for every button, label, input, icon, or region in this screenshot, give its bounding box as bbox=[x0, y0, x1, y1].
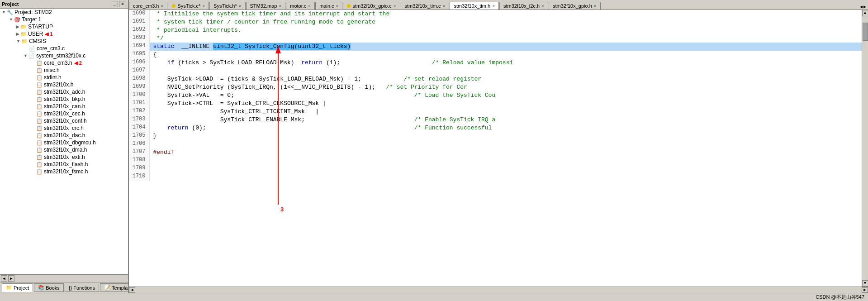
line-number: 1706 bbox=[129, 140, 149, 148]
panel-minimize-btn[interactable]: _ bbox=[111, 1, 118, 7]
cmsis-expand-icon[interactable]: ▼ bbox=[16, 39, 20, 43]
tree-file-dma-h[interactable]: 📋 stm32f10x_dma.h bbox=[0, 146, 128, 153]
system-expand-icon[interactable]: ▼ bbox=[24, 53, 28, 58]
line-content: * Initialise the system tick timer and i… bbox=[149, 10, 862, 18]
tree-file-misc-h[interactable]: 📋 misc.h bbox=[0, 67, 128, 74]
tree-file-dbgmcu-h[interactable]: 📋 stm32f10x_dbgmcu.h bbox=[0, 139, 128, 146]
tab-tim-h-close[interactable]: × bbox=[492, 4, 495, 9]
line-number: 1693 bbox=[129, 34, 149, 43]
tab-scroll-left[interactable]: ◀ bbox=[860, 4, 863, 10]
file-stdint-h-label: stdint.h bbox=[44, 74, 62, 81]
vertical-scrollbar[interactable]: ▲ ▼ bbox=[862, 10, 868, 287]
folder-user-label: USER bbox=[28, 31, 43, 37]
tab-systick-h-close[interactable]: × bbox=[239, 4, 242, 9]
tab-core-cm3-h[interactable]: core_cm3.h × bbox=[129, 2, 167, 10]
tab-gpio-h[interactable]: stm32f10x_gpio.h × bbox=[549, 2, 601, 10]
tree-file-fsmc-h[interactable]: 📋 stm32f10x_fsmc.h bbox=[0, 168, 128, 175]
tab-functions-icon: {} bbox=[69, 285, 72, 291]
table-row: 1692 * periodical interrupts. bbox=[129, 26, 862, 34]
tree-file-core-cm3-c[interactable]: 📄 core_cm3.c bbox=[0, 45, 128, 52]
expand-icon[interactable]: ▼ bbox=[2, 10, 6, 14]
tab-templates[interactable]: 📝 Templates bbox=[100, 283, 129, 292]
tab-main-c[interactable]: main.c × bbox=[315, 2, 342, 10]
tab-tim-h[interactable]: stm32f10x_tim.h × bbox=[450, 2, 499, 10]
user-expand-icon[interactable]: ▶ bbox=[16, 32, 19, 36]
panel-title: Project _ × bbox=[0, 0, 128, 9]
tree-file-stm32f10x-h[interactable]: 📋 stm32f10x.h bbox=[0, 81, 128, 88]
tab-i2c-h[interactable]: stm32f10x_i2c.h × bbox=[499, 2, 548, 10]
scroll-down-btn[interactable]: ▼ bbox=[862, 280, 868, 287]
line-content bbox=[149, 140, 862, 148]
tree-file-exti-h[interactable]: 📋 stm32f10x_exti.h bbox=[0, 153, 128, 161]
tab-scroll-right[interactable]: ▶ bbox=[863, 4, 866, 10]
tab-tim-c[interactable]: stm32f10x_tim.c × bbox=[401, 2, 450, 10]
table-row: 1703 SysTick_CTRL_ENABLE_Msk; /* Enable … bbox=[129, 116, 862, 124]
tab-books[interactable]: 📚 Books bbox=[34, 283, 64, 292]
tree-file-adc-h[interactable]: 📋 stm32f10x_adc.h bbox=[0, 88, 128, 96]
code-area-container: 1690 * Initialise the system tick timer … bbox=[129, 10, 868, 287]
tab-gpio-c[interactable]: stm32f10x_gpio.c × bbox=[343, 2, 400, 10]
annotation-1: ◀ 1 bbox=[45, 31, 52, 37]
tab-motor-c[interactable]: motor.c × bbox=[286, 2, 315, 10]
tab-systick-c[interactable]: SysTick.c* × bbox=[168, 2, 209, 10]
tree-file-core-cm3-h[interactable]: 📋 core_cm3.h ◀ 2 bbox=[0, 59, 128, 67]
table-row: 1702 SysTick_CTRL_TICKINT_Msk | bbox=[129, 108, 862, 116]
tab-project[interactable]: 📁 Project bbox=[2, 283, 33, 292]
tab-project-icon: 📁 bbox=[6, 285, 12, 291]
horizontal-scrollbar[interactable]: ◀ ▶ bbox=[129, 287, 868, 293]
file-conf-h-label: stm32f10x_conf.h bbox=[44, 118, 87, 124]
tree-file-cec-h[interactable]: 📋 stm32f10x_cec.h bbox=[0, 110, 128, 117]
line-content bbox=[149, 173, 862, 181]
table-row: 1700 SysTick->VAL = 0; /* Load the SysTi… bbox=[129, 91, 862, 100]
project-root[interactable]: ▼ 🔧 Project: STM32 bbox=[0, 9, 128, 16]
tab-tim-c-close[interactable]: × bbox=[443, 4, 446, 9]
tree-file-system-stm32[interactable]: ▼ 📄 system_stm32f10x.c bbox=[0, 52, 128, 59]
table-row: 1690 * Initialise the system tick timer … bbox=[129, 10, 862, 18]
file-dbgmcu-h-label: stm32f10x_dbgmcu.h bbox=[44, 139, 96, 146]
tree-file-bkp-h[interactable]: 📋 stm32f10x_bkp.h bbox=[0, 96, 128, 103]
file-fsmc-h-label: stm32f10x_fsmc.h bbox=[44, 168, 88, 175]
code-area[interactable]: 1690 * Initialise the system tick timer … bbox=[129, 10, 862, 287]
tree-file-dac-h[interactable]: 📋 stm32f10x_dac.h bbox=[0, 132, 128, 139]
scroll-thumb[interactable] bbox=[863, 23, 868, 41]
tab-systick-h[interactable]: SysTick.h* × bbox=[209, 2, 245, 10]
tab-stm32-map-close[interactable]: × bbox=[279, 4, 281, 9]
tree-file-can-h[interactable]: 📋 stm32f10x_can.h bbox=[0, 103, 128, 110]
line-number: 1692 bbox=[129, 26, 149, 34]
tab-motor-c-close[interactable]: × bbox=[308, 4, 311, 9]
folder-cmsis-label: CMSIS bbox=[29, 38, 46, 44]
panel-close-btn[interactable]: × bbox=[119, 1, 126, 7]
tree-file-conf-h[interactable]: 📋 stm32f10x_conf.h bbox=[0, 117, 128, 124]
table-row: 1704 return (0); /* Function successful bbox=[129, 124, 862, 132]
tab-gpio-c-close[interactable]: × bbox=[394, 4, 396, 9]
target-name: Target 1 bbox=[22, 16, 41, 23]
tab-scroll-arrows: ◀ ▶ bbox=[858, 4, 868, 10]
tab-stm32-map[interactable]: STM32.map × bbox=[246, 2, 286, 10]
tab-gpio-h-close[interactable]: × bbox=[594, 4, 597, 9]
tab-functions[interactable]: {} Functions bbox=[65, 284, 99, 292]
tab-main-c-close[interactable]: × bbox=[336, 4, 339, 9]
tree-folder-cmsis[interactable]: ▼ 📁 CMSIS bbox=[0, 38, 128, 45]
tree-folder-user[interactable]: ▶ 📁 USER ◀ 1 bbox=[0, 30, 128, 38]
table-row: 1710 bbox=[129, 173, 862, 181]
tree-target[interactable]: ▼ 🎯 Target 1 bbox=[0, 16, 128, 23]
tree-folder-startup[interactable]: ▶ 📁 STARTUP bbox=[0, 23, 128, 30]
tab-core-cm3-h-close[interactable]: × bbox=[161, 4, 163, 9]
scroll-up-btn[interactable]: ▲ bbox=[862, 10, 868, 16]
tree-file-stdint-h[interactable]: 📋 stdint.h bbox=[0, 74, 128, 81]
tree-file-flash-h[interactable]: 📋 stm32f10x_flash.h bbox=[0, 161, 128, 168]
hscroll-right-btn[interactable]: ▶ bbox=[862, 287, 868, 293]
panel-title-text: Project bbox=[2, 1, 19, 7]
scroll-right-btn[interactable]: ▶ bbox=[8, 275, 14, 282]
hscroll-left-btn[interactable]: ◀ bbox=[129, 287, 135, 293]
startup-expand-icon[interactable]: ▶ bbox=[16, 24, 19, 29]
tree-file-crc-h[interactable]: 📋 stm32f10x_crc.h bbox=[0, 124, 128, 132]
target-expand-icon[interactable]: ▼ bbox=[9, 17, 13, 22]
tab-systick-c-close[interactable]: × bbox=[202, 4, 205, 9]
tab-books-label: Books bbox=[46, 285, 60, 291]
line-content: { bbox=[149, 51, 862, 59]
scroll-left-btn[interactable]: ◀ bbox=[1, 275, 7, 282]
tab-i2c-h-close[interactable]: × bbox=[541, 4, 544, 9]
table-row: 1708 bbox=[129, 157, 862, 165]
folder-startup-label: STARTUP bbox=[28, 24, 53, 30]
